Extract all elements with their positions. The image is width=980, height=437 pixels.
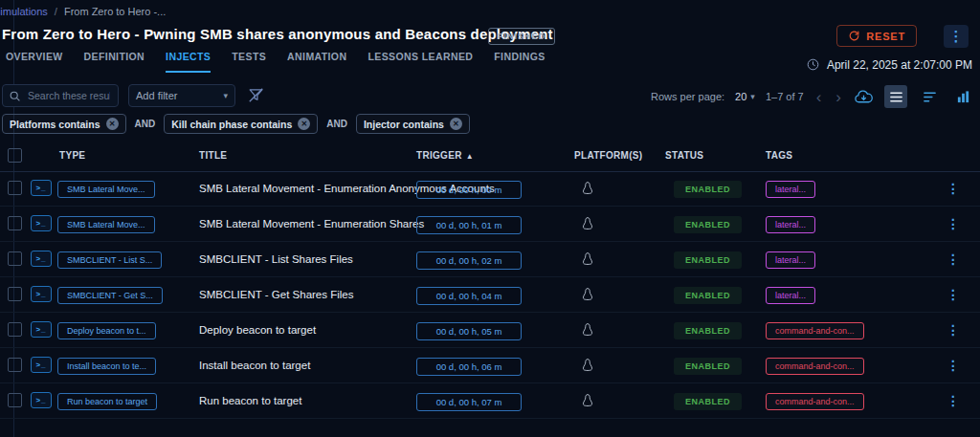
inject-terminal-icon: >_ (31, 321, 52, 338)
next-page-button[interactable]: › (834, 89, 843, 105)
tab-findings[interactable]: FINDINGS (494, 51, 545, 73)
column-header-status[interactable]: STATUS (665, 150, 703, 161)
column-header-platforms[interactable]: PLATFORM(S) (574, 150, 642, 161)
status-badge: ENABLED (674, 358, 742, 375)
inject-terminal-icon: >_ (31, 392, 52, 408)
table-row[interactable]: >_ SMBCLIENT - Get S... SMBCLIENT - Get … (0, 277, 980, 313)
select-all-checkbox[interactable] (8, 148, 22, 163)
linux-platform-icon (580, 393, 595, 412)
table-row[interactable]: >_ Deploy beacon to t... Deploy beacon t… (0, 313, 980, 348)
remove-filter-icon[interactable]: ✕ (298, 118, 310, 130)
tag-chip: command-and-con... (766, 322, 864, 339)
export-cloud-icon[interactable] (854, 87, 874, 107)
column-header-tags[interactable]: TAGS (766, 150, 792, 161)
table-row[interactable]: >_ SMB Lateral Move... SMB Lateral Movem… (0, 171, 980, 207)
tab-bar: OVERVIEW DEFINITION INJECTS TESTS ANIMAT… (6, 51, 546, 73)
distribution-view-toggle[interactable] (918, 85, 941, 108)
table-row[interactable]: >_ Install beacon to te... Install beaco… (0, 348, 980, 383)
status-badge: ENABLED (674, 181, 742, 198)
remove-filter-icon[interactable]: ✕ (106, 118, 119, 130)
trigger-chip: 00 d, 00 h, 01 m (416, 216, 522, 234)
row-checkbox[interactable] (8, 251, 22, 266)
row-menu-button[interactable]: ⋮ (944, 285, 963, 304)
filter-chip-label: Kill chain phase contains (171, 119, 292, 130)
tab-lessons-learned[interactable]: LESSONS LEARNED (368, 51, 473, 73)
inject-title[interactable]: SMB Lateral Movement - Enumeration Share… (199, 207, 424, 241)
table-body: >_ SMB Lateral Move... SMB Lateral Movem… (0, 171, 980, 419)
status-badge: ENABLED (674, 287, 742, 304)
row-checkbox[interactable] (8, 322, 22, 337)
rows-per-page-select[interactable]: 20 ▾ (735, 91, 755, 102)
chart-view-toggle[interactable] (951, 85, 974, 108)
tab-definition[interactable]: DEFINITION (84, 51, 145, 73)
search-input[interactable] (26, 89, 112, 102)
trigger-chip: 00 d, 00 h, 04 m (416, 287, 522, 305)
row-menu-button[interactable]: ⋮ (944, 356, 963, 375)
row-menu-button[interactable]: ⋮ (944, 320, 963, 339)
column-header-trigger[interactable]: TRIGGER▲ (416, 150, 474, 161)
row-checkbox[interactable] (8, 216, 22, 230)
tab-animation[interactable]: ANIMATION (287, 51, 346, 73)
reset-button[interactable]: RESET (836, 25, 917, 47)
tab-overview[interactable]: OVERVIEW (6, 51, 63, 73)
filter-join-operator[interactable]: AND (135, 119, 156, 129)
inject-title[interactable]: Deploy beacon to target (199, 313, 316, 347)
breadcrumb-simulations-link[interactable]: Simulations (0, 6, 48, 17)
row-checkbox[interactable] (8, 181, 22, 195)
tab-tests[interactable]: TESTS (232, 51, 266, 73)
filter-chip-injector[interactable]: Injector contains ✕ (356, 114, 470, 134)
row-menu-button[interactable]: ⋮ (944, 179, 963, 198)
table-row[interactable]: >_ SMB Lateral Move... SMB Lateral Movem… (0, 207, 980, 242)
tag-chip: lateral... (766, 251, 815, 269)
status-badge: ENABLED (674, 251, 742, 269)
column-header-title[interactable]: TITLE (199, 150, 227, 161)
inject-title[interactable]: SMBCLIENT - Get Shares Files (199, 277, 353, 312)
search-box (2, 84, 119, 107)
breadcrumb: Simulations / From Zero to Hero -... (0, 6, 166, 17)
add-filter-label: Add filter (136, 90, 177, 101)
reset-icon (848, 30, 860, 42)
chevron-down-icon: ▾ (750, 92, 755, 101)
filter-chip-kill-chain[interactable]: Kill chain phase contains ✕ (164, 114, 318, 134)
breadcrumb-separator: / (55, 6, 57, 17)
add-filter-select[interactable]: Add filter ▾ (128, 84, 235, 107)
filter-chip-label: Platforms contains (10, 119, 100, 130)
chevron-down-icon: ▾ (223, 91, 228, 100)
list-view-toggle[interactable] (884, 85, 907, 108)
sort-ascending-icon: ▲ (466, 152, 474, 161)
inject-title[interactable]: Run beacon to target (199, 383, 301, 418)
tag-chip: command-and-con... (766, 358, 864, 375)
filter-join-operator[interactable]: AND (326, 119, 347, 129)
table-header: TYPE TITLE TRIGGER▲ PLATFORM(S) STATUS T… (0, 142, 980, 172)
page-menu-button[interactable]: ⋮ (944, 25, 969, 48)
remove-filter-icon[interactable]: ✕ (450, 118, 462, 130)
clock-icon (806, 57, 820, 72)
row-checkbox[interactable] (8, 287, 22, 301)
inject-type-chip: Run beacon to target (57, 393, 157, 410)
filter-chip-platforms[interactable]: Platforms contains ✕ (2, 114, 126, 134)
clear-filters-icon[interactable] (247, 86, 265, 108)
inject-terminal-icon: >_ (31, 180, 52, 196)
column-header-type[interactable]: TYPE (59, 150, 85, 161)
breadcrumb-current: From Zero to Hero -... (64, 6, 166, 17)
row-menu-button[interactable]: ⋮ (944, 250, 963, 269)
row-menu-button[interactable]: ⋮ (944, 391, 963, 410)
previous-page-button[interactable]: ‹ (814, 89, 824, 105)
table-row[interactable]: >_ Run beacon to target Run beacon to ta… (0, 383, 980, 419)
linux-platform-icon (580, 287, 595, 306)
inject-title[interactable]: Install beacon to target (199, 348, 310, 382)
status-badge: ENABLED (674, 216, 742, 233)
row-checkbox[interactable] (8, 393, 22, 407)
kebab-icon: ⋮ (949, 28, 964, 45)
status-finished-badge: FINISHED (488, 28, 555, 45)
inject-terminal-icon: >_ (31, 251, 52, 267)
row-menu-button[interactable]: ⋮ (944, 214, 963, 233)
linux-platform-icon (580, 358, 595, 377)
table-row[interactable]: >_ SMBCLIENT - List S... SMBCLIENT - Lis… (0, 242, 980, 277)
tab-injects[interactable]: INJECTS (166, 51, 211, 73)
trigger-chip: 00 d, 00 h, 06 m (416, 358, 522, 376)
inject-type-chip: SMB Lateral Move... (57, 181, 155, 198)
inject-title[interactable]: SMBCLIENT - List Shares Files (199, 242, 353, 276)
simulation-datetime: April 22, 2025 at 2:07:00 PM (806, 57, 972, 72)
row-checkbox[interactable] (8, 358, 22, 372)
